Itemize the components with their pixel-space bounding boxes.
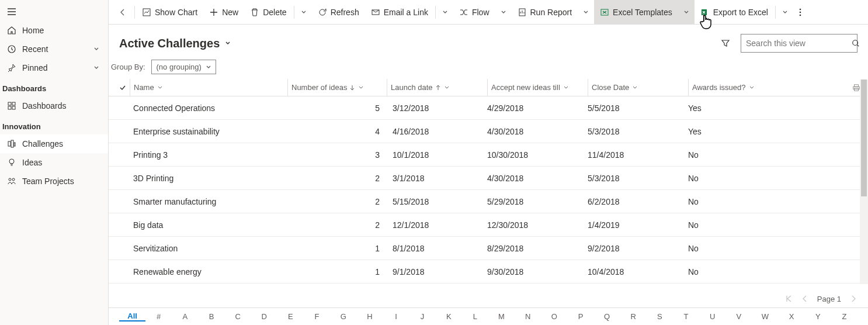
col-label: Number of ideas: [291, 83, 347, 92]
column-launch-date[interactable]: Launch date: [387, 79, 487, 96]
alpha-k[interactable]: K: [436, 312, 462, 321]
col-label: Accept new ideas till: [491, 83, 560, 92]
cell-accept-until: 9/30/2018: [484, 267, 584, 276]
alpha-all[interactable]: All: [119, 312, 145, 321]
sidebar-item-ideas[interactable]: Ideas: [0, 153, 108, 172]
alpha-p[interactable]: P: [567, 312, 593, 321]
alpha-a[interactable]: A: [172, 312, 198, 321]
export-excel-button[interactable]: Export to Excel: [695, 0, 774, 24]
delete-dropdown[interactable]: [296, 0, 312, 24]
table-row[interactable]: Connected Operations53/12/20184/29/20185…: [109, 96, 868, 120]
alpha-u[interactable]: U: [699, 312, 725, 321]
alpha-l[interactable]: L: [462, 312, 488, 321]
alpha-t[interactable]: T: [673, 312, 699, 321]
overflow-button[interactable]: [793, 8, 807, 17]
column-awards[interactable]: Awards issued?: [688, 79, 787, 96]
svg-point-9: [9, 178, 11, 181]
alpha-f[interactable]: F: [304, 312, 330, 321]
email-link-button[interactable]: Email a Link: [365, 0, 434, 24]
svg-point-8: [9, 159, 14, 164]
alpha-z[interactable]: Z: [831, 312, 857, 321]
delete-button[interactable]: Delete: [244, 0, 292, 24]
col-label: Name: [134, 83, 154, 92]
export-excel-dropdown[interactable]: [777, 0, 793, 24]
sidebar-item-recent[interactable]: Recent: [0, 40, 108, 58]
alpha-r[interactable]: R: [620, 312, 647, 321]
hamburger-button[interactable]: [0, 2, 108, 21]
chevron-down-icon: [93, 64, 101, 71]
flow-dropdown[interactable]: [495, 0, 512, 24]
table-row[interactable]: Enterprise sustainability44/16/20184/30/…: [109, 120, 868, 143]
alpha-v[interactable]: V: [725, 312, 752, 321]
alpha-c[interactable]: C: [225, 312, 251, 321]
first-page-button[interactable]: [784, 295, 793, 303]
new-button[interactable]: New: [203, 0, 244, 24]
cell-launch-date: 3/12/2018: [383, 103, 484, 113]
alpha-g[interactable]: G: [330, 312, 356, 321]
sidebar-item-team-projects[interactable]: Team Projects: [0, 172, 108, 191]
alpha-o[interactable]: O: [541, 312, 567, 321]
cell-launch-date: 12/1/2018: [383, 220, 484, 230]
scrollbar[interactable]: [860, 79, 868, 284]
column-accept-until[interactable]: Accept new ideas till: [487, 79, 588, 96]
excel-templates-dropdown[interactable]: [678, 0, 695, 24]
alpha-x[interactable]: X: [779, 312, 805, 321]
alpha-m[interactable]: M: [488, 312, 515, 321]
back-button[interactable]: [112, 0, 133, 24]
next-page-button[interactable]: [849, 295, 857, 303]
run-report-dropdown[interactable]: [578, 0, 594, 24]
scrollbar-thumb[interactable]: [861, 79, 867, 196]
refresh-button[interactable]: Refresh: [312, 0, 365, 24]
page-label: Page 1: [817, 295, 841, 303]
alpha-q[interactable]: Q: [594, 312, 620, 321]
alpha-j[interactable]: J: [409, 312, 436, 321]
alpha-b[interactable]: B: [198, 312, 224, 321]
email-dropdown[interactable]: [437, 0, 453, 24]
alpha-s[interactable]: S: [647, 312, 673, 321]
table-row[interactable]: Servitization18/1/20188/29/20189/2/2018N…: [109, 237, 868, 260]
alpha-y[interactable]: Y: [805, 312, 831, 321]
table-row[interactable]: Printing 3310/1/201810/30/201811/4/2018N…: [109, 143, 868, 167]
sidebar-item-challenges[interactable]: Challenges: [0, 134, 108, 153]
clock-icon: [7, 44, 16, 54]
table-row[interactable]: Big data212/1/201812/30/20181/4/2019No: [109, 213, 868, 237]
show-chart-button[interactable]: Show Chart: [136, 0, 203, 24]
alpha-d[interactable]: D: [251, 312, 277, 321]
table-row[interactable]: Renewable energy19/1/20189/30/201810/4/2…: [109, 260, 868, 283]
cell-name: Connected Operations: [130, 103, 301, 113]
sidebar-item-home[interactable]: Home: [0, 21, 108, 40]
search-box[interactable]: [741, 34, 857, 53]
cell-number-of-ideas: 1: [301, 244, 383, 253]
groupby-select[interactable]: (no grouping): [151, 60, 216, 74]
alpha-e[interactable]: E: [277, 312, 304, 321]
column-close-date[interactable]: Close Date: [588, 79, 688, 96]
svg-rect-3: [8, 106, 11, 109]
cell-accept-until: 4/30/2018: [484, 127, 584, 136]
table-row[interactable]: Smarter manufacturing25/15/20185/29/2018…: [109, 190, 868, 213]
cell-accept-until: 12/30/2018: [484, 220, 584, 230]
search-input[interactable]: [746, 39, 848, 48]
flow-button[interactable]: Flow: [453, 0, 495, 24]
chevron-down-icon: [748, 84, 755, 91]
alpha-#[interactable]: #: [145, 312, 172, 321]
alpha-i[interactable]: I: [383, 312, 409, 321]
column-number-of-ideas[interactable]: Number of ideas: [287, 79, 387, 96]
grid-body[interactable]: Connected Operations53/12/20184/29/20185…: [109, 96, 868, 289]
chart-icon: [142, 8, 151, 17]
filter-button[interactable]: [718, 36, 732, 50]
sidebar-item-dashboards[interactable]: Dashboards: [0, 96, 108, 115]
sidebar-item-pinned[interactable]: Pinned: [0, 58, 108, 77]
select-all-checkbox[interactable]: [116, 84, 130, 92]
table-row[interactable]: 3D Printing23/1/20184/30/20185/3/2018No: [109, 167, 868, 190]
prev-page-button[interactable]: [801, 295, 809, 303]
excel-templates-button[interactable]: Excel Templates: [594, 0, 678, 24]
view-selector[interactable]: Active Challenges: [119, 37, 231, 50]
alpha-w[interactable]: W: [752, 312, 778, 321]
column-name[interactable]: Name: [130, 79, 287, 96]
alpha-h[interactable]: H: [356, 312, 383, 321]
chevron-down-icon: [443, 84, 450, 91]
cell-accept-until: 4/30/2018: [484, 174, 584, 183]
svg-rect-20: [855, 84, 859, 87]
run-report-button[interactable]: Run Report: [512, 0, 578, 24]
alpha-n[interactable]: N: [515, 312, 541, 321]
